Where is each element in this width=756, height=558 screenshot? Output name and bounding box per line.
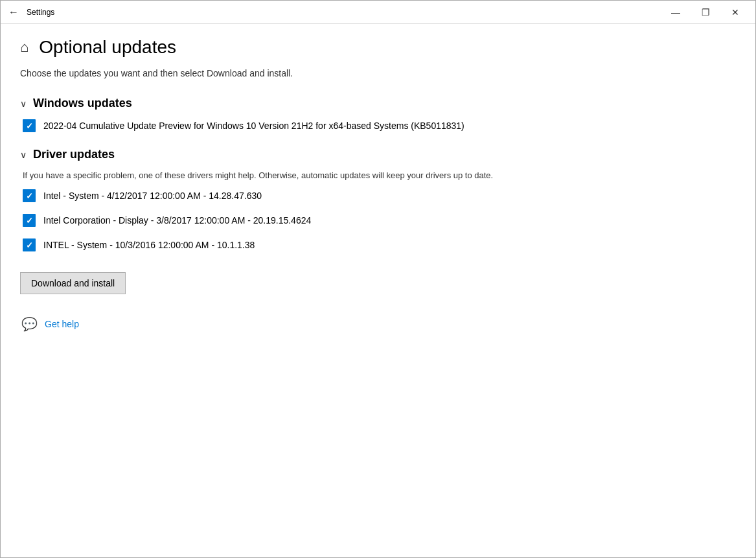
help-row: 💬 Get help — [20, 315, 736, 333]
driver-update-checkbox-3[interactable] — [23, 238, 36, 251]
home-icon: ⌂ — [20, 39, 29, 56]
get-help-link[interactable]: Get help — [45, 319, 79, 329]
window-title: Settings — [27, 8, 54, 17]
driver-update-label-2: Intel Corporation - Display - 3/8/2017 1… — [43, 215, 311, 226]
help-icon: 💬 — [20, 315, 38, 333]
windows-update-label-1: 2022-04 Cumulative Update Preview for Wi… — [43, 121, 464, 131]
maximize-button[interactable]: ❐ — [691, 1, 720, 24]
page-subtitle: Choose the updates you want and then sel… — [20, 68, 736, 78]
list-item: 2022-04 Cumulative Update Preview for Wi… — [23, 119, 736, 132]
download-install-button[interactable]: Download and install — [20, 272, 126, 294]
minimize-button[interactable]: — — [661, 1, 691, 24]
back-button[interactable]: ← — [6, 4, 21, 21]
window-controls: — ❐ ✕ — [661, 1, 750, 24]
windows-updates-header: ∨ Windows updates — [20, 97, 736, 110]
driver-update-checkbox-1[interactable] — [23, 189, 36, 202]
driver-updates-header: ∨ Driver updates — [20, 148, 736, 161]
list-item: INTEL - System - 10/3/2016 12:00:00 AM -… — [23, 238, 736, 251]
windows-update-checkbox-1[interactable] — [23, 119, 36, 132]
close-button[interactable]: ✕ — [720, 1, 750, 24]
settings-window: ← Settings — ❐ ✕ ⌂ Optional updates Choo… — [0, 0, 756, 558]
main-content: ⌂ Optional updates Choose the updates yo… — [1, 24, 755, 557]
driver-update-label-3: INTEL - System - 10/3/2016 12:00:00 AM -… — [43, 240, 255, 250]
page-title: Optional updates — [39, 37, 176, 58]
list-item: Intel Corporation - Display - 3/8/2017 1… — [23, 214, 736, 227]
driver-updates-section: ∨ Driver updates If you have a specific … — [20, 148, 736, 251]
driver-update-label-1: Intel - System - 4/12/2017 12:00:00 AM -… — [43, 191, 262, 201]
driver-updates-title: Driver updates — [33, 148, 115, 161]
windows-updates-section: ∨ Windows updates 2022-04 Cumulative Upd… — [20, 97, 736, 132]
page-header: ⌂ Optional updates — [20, 37, 736, 58]
list-item: Intel - System - 4/12/2017 12:00:00 AM -… — [23, 189, 736, 202]
windows-updates-title: Windows updates — [33, 97, 132, 110]
windows-updates-chevron[interactable]: ∨ — [20, 99, 27, 109]
driver-updates-chevron[interactable]: ∨ — [20, 150, 27, 160]
title-bar: ← Settings — ❐ ✕ — [1, 1, 755, 24]
driver-updates-description: If you have a specific problem, one of t… — [23, 170, 736, 180]
driver-update-checkbox-2[interactable] — [23, 214, 36, 227]
